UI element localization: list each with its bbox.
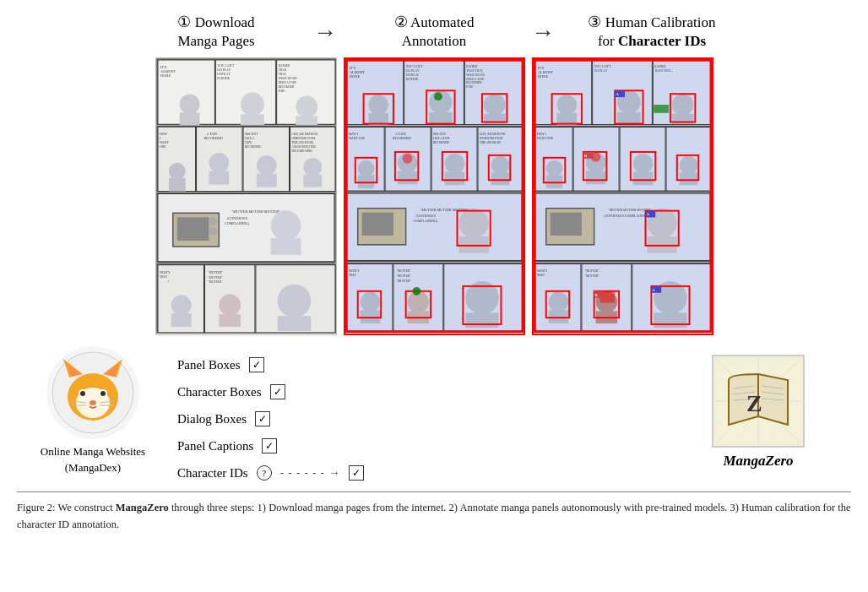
- svg-rect-161: [465, 313, 498, 329]
- svg-rect-132: [491, 173, 509, 186]
- svg-rect-58: [176, 218, 209, 242]
- svg-text:TAPE: TAPE: [245, 142, 252, 145]
- svg-point-68: [171, 296, 191, 316]
- svg-point-124: [444, 154, 464, 174]
- svg-point-60: [209, 228, 217, 236]
- svg-point-77: [277, 285, 311, 318]
- svg-point-12: [241, 93, 264, 117]
- step-3-label: ③ Human Calibration for Character IDs: [559, 13, 745, 51]
- svg-text:HOMEWORK EVERY: HOMEWORK EVERY: [291, 138, 316, 141]
- svg-text:WHAT'S: WHAT'S: [536, 270, 546, 274]
- svg-text:GO PLAY: GO PLAY: [594, 69, 607, 73]
- panel-boxes-label: Panel Boxes: [177, 358, 241, 372]
- svg-text:WHAT'S: WHAT'S: [348, 270, 358, 274]
- panel-captions-label: Panel Captions: [177, 439, 253, 454]
- svg-rect-36: [209, 171, 229, 185]
- svg-rect-207: [679, 173, 697, 186]
- svg-text:RECORDER!: RECORDER!: [392, 138, 410, 141]
- svg-text:RATHER: RATHER: [654, 65, 666, 68]
- feature-character-boxes: Character Boxes ✓: [177, 384, 657, 399]
- character-ids-label: Character IDs: [177, 466, 248, 481]
- dialog-boxes-check: ✓: [255, 411, 270, 426]
- svg-text:UNTIL IT: UNTIL IT: [405, 73, 419, 77]
- svg-text:"MUTTER": "MUTTER": [208, 276, 223, 280]
- svg-text:ONE: ONE: [159, 145, 165, 149]
- svg-text:HOW I: HOW I: [536, 133, 546, 137]
- svg-text:GO PLAY: GO PLAY: [405, 69, 419, 73]
- svg-text:DONE: DONE: [160, 73, 171, 78]
- character-ids-check-result: ✓: [349, 465, 364, 481]
- svg-text:WHAT DO WE: WHAT DO WE: [466, 73, 485, 77]
- svg-text:NEED A TAPE: NEED A TAPE: [278, 81, 296, 84]
- svg-text:WANT ONE: WANT ONE: [536, 138, 553, 141]
- svg-text:YOU CAN'T: YOU CAN'T: [594, 65, 611, 68]
- svg-rect-69: [171, 314, 191, 328]
- svg-point-148: [360, 292, 380, 312]
- mangazero-area: Z MangaZero: [674, 346, 843, 470]
- svg-text:A: A: [652, 288, 655, 292]
- svg-text:"MUTTER": "MUTTER": [584, 275, 599, 279]
- svg-point-74: [219, 295, 241, 317]
- svg-text:THE SAME THING: THE SAME THING: [291, 149, 313, 153]
- svg-rect-43: [256, 174, 276, 187]
- svg-text:(CONTINUES COMPLAINING): (CONTINUES COMPLAINING): [604, 215, 649, 219]
- svg-text:TIME AND SEE ME: TIME AND SEE ME: [479, 142, 500, 145]
- svg-text:"MUTTER": "MUTTER": [396, 280, 410, 283]
- svg-text:SHE JUST: SHE JUST: [245, 133, 258, 137]
- panel-captions-check: ✓: [262, 438, 277, 454]
- svg-text:COMPLAINING): COMPLAINING): [225, 222, 250, 226]
- svg-text:COMPLAINING): COMPLAINING): [413, 220, 437, 224]
- svg-text:LIKE A: LIKE A: [245, 138, 255, 141]
- dialog-boxes-label: Dialog Boxes: [177, 412, 247, 426]
- svg-text:IS DONE: IS DONE: [405, 78, 418, 81]
- svg-text:"MUTTER MUTTER MUTTER": "MUTTER MUTTER MUTTER": [231, 210, 280, 215]
- svg-point-183: [671, 95, 693, 117]
- features-list: Panel Boxes ✓ Character Boxes ✓ Dialog B…: [177, 346, 657, 483]
- svg-text:"MUTTER": "MUTTER": [208, 281, 223, 285]
- svg-text:THIS?: THIS?: [159, 275, 167, 279]
- step-1-label: ① Download Manga Pages: [123, 13, 309, 51]
- mangazero-book-icon: Z: [712, 355, 805, 448]
- svg-point-35: [209, 153, 229, 173]
- svg-text:RECORDER!: RECORDER!: [433, 142, 449, 145]
- svg-text:A: A: [646, 213, 649, 217]
- svg-text:"MUTTER": "MUTTER": [396, 275, 410, 279]
- svg-text:WANT ONE: WANT ONE: [348, 138, 365, 141]
- svg-text:HOMEWORK EVERY: HOMEWORK EVERY: [479, 138, 503, 141]
- svg-text:LIKE A TAPE: LIKE A TAPE: [433, 138, 450, 141]
- svg-text:NEED A TAPE: NEED A TAPE: [466, 78, 484, 81]
- svg-text:RECORDER: RECORDER: [278, 85, 294, 89]
- svg-text:"MUTTER": "MUTTER": [208, 271, 223, 274]
- steps-header: ① Download Manga Pages → ② Automated Ann…: [17, 8, 851, 51]
- arrow-2: →: [531, 19, 555, 46]
- svg-text:A: A: [616, 93, 619, 97]
- svg-rect-62: [270, 238, 301, 255]
- svg-rect-238: [654, 313, 686, 329]
- svg-text:GO PLAY: GO PLAY: [217, 68, 231, 72]
- svg-point-202: [632, 154, 653, 174]
- svg-text:SHE JUST: SHE JUST: [433, 133, 447, 137]
- svg-rect-23: [296, 117, 317, 127]
- svg-text:Z: Z: [746, 390, 762, 416]
- svg-point-254: [90, 400, 96, 405]
- svg-text:RECORDER!: RECORDER!: [203, 137, 222, 141]
- svg-text:"MUTTER": "MUTTER": [396, 270, 410, 274]
- dashed-arrow: - - - - - - →: [280, 466, 340, 480]
- svg-rect-140: [361, 213, 393, 236]
- step-2-label: ② Automated Annotation: [341, 13, 527, 51]
- svg-text:FOR?: FOR?: [466, 86, 474, 90]
- svg-text:"MUTTER": "MUTTER": [584, 270, 599, 274]
- svg-point-158: [412, 287, 420, 296]
- svg-text:WHAT DO WE: WHAT DO WE: [278, 77, 296, 80]
- character-boxes-check: ✓: [270, 384, 285, 399]
- svg-text:FOR?: FOR?: [278, 90, 285, 93]
- feature-panel-boxes: Panel Boxes ✓: [177, 357, 657, 372]
- arrow-1: →: [313, 19, 337, 46]
- svg-point-22: [296, 96, 317, 118]
- manga-col-calibrated: IT'S ALMOST DONE YOU CAN'T GO PLAY A RAT…: [532, 57, 713, 335]
- svg-text:THAN THAT...: THAN THAT...: [654, 69, 672, 73]
- bottom-area: Online Manga Websites (MangaDex) Panel B…: [17, 342, 851, 487]
- svg-point-119: [402, 154, 412, 164]
- svg-rect-13: [241, 115, 264, 127]
- svg-point-103: [483, 95, 505, 117]
